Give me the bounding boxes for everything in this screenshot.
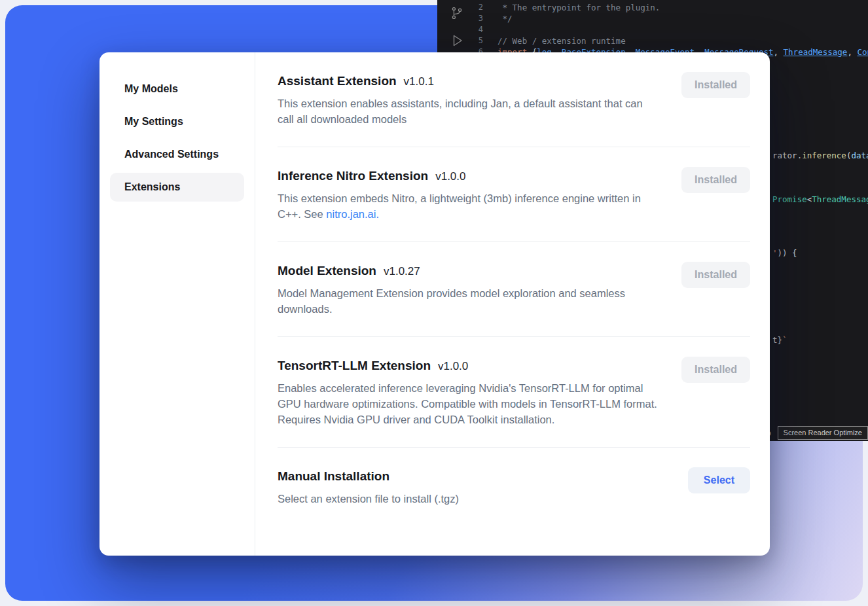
extension-title: Inference Nitro Extension xyxy=(278,169,428,183)
extension-title-line: TensortRT-LLM Extensionv1.0.0 xyxy=(278,359,750,373)
extensions-panel: Assistant Extensionv1.0.1 Installed This… xyxy=(255,52,770,556)
extension-title-line: Manual Installation xyxy=(278,469,750,484)
extension-description: This extension enables assistants, inclu… xyxy=(278,96,660,127)
section-divider xyxy=(278,147,750,147)
extension-title: TensortRT-LLM Extension xyxy=(278,359,431,372)
run-debug-icon[interactable] xyxy=(449,33,465,48)
sidebar-item-advanced-settings[interactable]: Advanced Settings xyxy=(110,140,244,169)
extension-title-line: Model Extensionv1.0.27 xyxy=(278,264,750,278)
extension-version: v1.0.0 xyxy=(435,170,465,183)
installed-button[interactable]: Installed xyxy=(681,262,750,288)
sidebar-item-my-models[interactable]: My Models xyxy=(110,75,244,103)
extension-row-inference-nitro: Inference Nitro Extensionv1.0.0 Installe… xyxy=(278,169,750,222)
extension-description: Model Management Extension provides mode… xyxy=(278,285,660,317)
nitro-jan-ai-link[interactable]: nitro.jan.ai. xyxy=(326,208,379,220)
code-lines: * The entrypoint for the plugin. */ // W… xyxy=(497,2,868,58)
extension-title: Assistant Extension xyxy=(278,74,397,88)
extension-description: Enables accelerated inference leveraging… xyxy=(278,380,660,427)
extension-description: This extension embeds Nitro, a lightweig… xyxy=(278,190,660,222)
manual-installation-row: Manual Installation Select Select an ext… xyxy=(278,469,750,507)
sidebar-item-my-settings[interactable]: My Settings xyxy=(110,107,244,136)
code-fragment: ')) { xyxy=(772,247,797,258)
select-file-button[interactable]: Select xyxy=(688,467,750,493)
extension-title-line: Inference Nitro Extensionv1.0.0 xyxy=(278,169,750,183)
section-divider xyxy=(278,241,750,242)
section-divider xyxy=(278,447,750,448)
extension-row-model: Model Extensionv1.0.27 Installed Model M… xyxy=(278,264,750,317)
sidebar-item-label: Extensions xyxy=(124,181,180,193)
sidebar-item-label: My Models xyxy=(124,83,178,95)
sidebar-item-extensions[interactable]: Extensions xyxy=(110,173,244,202)
source-control-icon[interactable] xyxy=(450,5,464,21)
editor-statusbar: go Screen Reader Optimize xyxy=(762,426,868,440)
installed-button[interactable]: Installed xyxy=(681,167,750,193)
line-numbers: 23456 xyxy=(463,2,483,58)
extension-title: Manual Installation xyxy=(278,469,389,483)
extension-row-tensorrt-llm: TensortRT-LLM Extensionv1.0.0 Installed … xyxy=(278,359,750,427)
screen-reader-optimize-button[interactable]: Screen Reader Optimize xyxy=(778,426,868,440)
extension-title-line: Assistant Extensionv1.0.1 xyxy=(278,74,750,88)
extension-version: v1.0.27 xyxy=(384,265,420,277)
extension-title: Model Extension xyxy=(278,264,376,277)
extension-version: v1.0.1 xyxy=(404,75,434,88)
extension-row-assistant: Assistant Extensionv1.0.1 Installed This… xyxy=(278,74,750,127)
sidebar-item-label: My Settings xyxy=(124,116,183,128)
section-divider xyxy=(278,336,750,337)
code-fragment: Promise<ThreadMessage> xyxy=(772,194,868,205)
installed-button[interactable]: Installed xyxy=(681,357,750,383)
installed-button[interactable]: Installed xyxy=(681,72,750,98)
settings-modal: My Models My Settings Advanced Settings … xyxy=(99,52,770,556)
extension-description: Select an extension file to install (.tg… xyxy=(278,491,660,507)
code-fragment: rator.inference(data)); xyxy=(772,150,868,161)
settings-sidebar: My Models My Settings Advanced Settings … xyxy=(99,52,255,556)
extension-version: v1.0.0 xyxy=(438,360,468,372)
sidebar-item-label: Advanced Settings xyxy=(124,149,219,160)
code-fragment: t}` xyxy=(772,334,787,346)
